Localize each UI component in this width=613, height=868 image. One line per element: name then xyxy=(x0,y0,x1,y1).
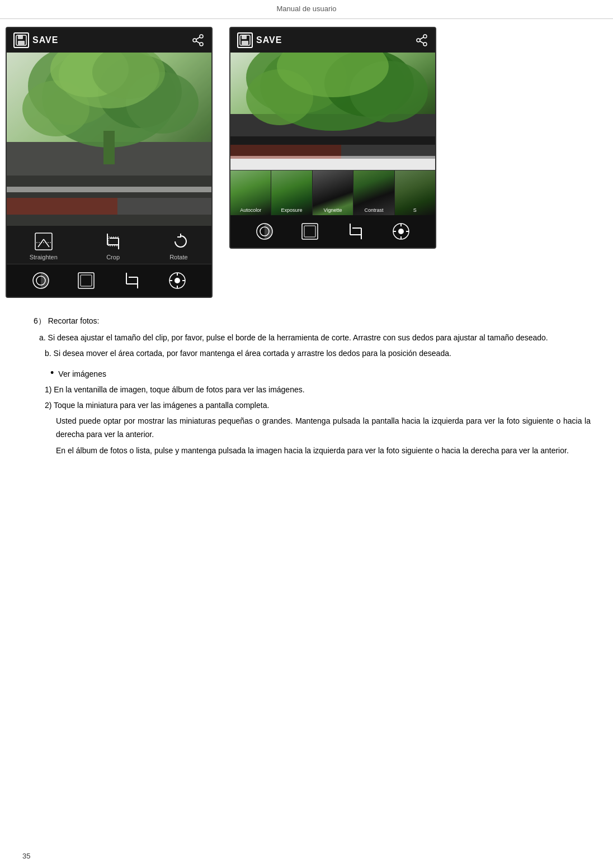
step-b: b. Si desea mover el área cortada, por f… xyxy=(45,347,591,361)
svg-rect-2 xyxy=(18,41,25,45)
page-title: Manual de usuario xyxy=(0,0,613,19)
svg-point-5 xyxy=(200,42,203,46)
right-phone-screen: SAVE xyxy=(229,27,436,249)
rotate-icon xyxy=(168,231,188,252)
svg-point-43 xyxy=(175,278,180,283)
bullet-dot: • xyxy=(50,368,54,378)
svg-point-78 xyxy=(398,229,404,234)
thumb-label-autocolor: Autocolor xyxy=(230,207,271,213)
right-bottom-bar xyxy=(230,215,435,248)
save-icon-left xyxy=(13,32,29,48)
section6-heading: 6） Recortar fotos: xyxy=(34,315,591,328)
right-save-area[interactable]: SAVE xyxy=(237,32,282,48)
bullet-item-view: • Ver imágenes xyxy=(50,368,591,381)
svg-rect-24 xyxy=(117,198,211,215)
svg-rect-1 xyxy=(18,35,23,39)
svg-rect-67 xyxy=(230,145,341,159)
crop-icon xyxy=(103,231,123,252)
right-photo-area xyxy=(230,53,435,170)
bullet-text: Ver imágenes xyxy=(58,368,106,381)
crop-bottom-icon-right[interactable] xyxy=(345,221,366,242)
left-phone-header: SAVE xyxy=(7,28,211,53)
straighten-icon xyxy=(34,231,54,252)
crop-bottom-icon-left[interactable] xyxy=(121,270,143,291)
straighten-tool[interactable]: Straighten xyxy=(30,231,58,260)
thumb-label-contrast: Contrast xyxy=(353,207,394,213)
svg-point-51 xyxy=(423,35,427,38)
para1: Usted puede optar por mostrar las miniat… xyxy=(56,415,591,442)
svg-line-6 xyxy=(196,41,200,44)
crop-label: Crop xyxy=(106,254,120,260)
rotate-tool[interactable]: Rotate xyxy=(168,231,188,260)
bullet-section: • Ver imágenes xyxy=(22,368,591,381)
frame-icon-right[interactable] xyxy=(299,221,320,242)
item2: 2) Toque la miniatura para ver las imáge… xyxy=(45,399,591,412)
svg-rect-50 xyxy=(242,41,248,45)
svg-point-53 xyxy=(423,42,427,46)
svg-rect-68 xyxy=(341,145,435,159)
svg-line-55 xyxy=(420,37,424,40)
svg-line-26 xyxy=(38,239,44,247)
left-share-icon[interactable] xyxy=(191,34,205,47)
frame-icon-left[interactable] xyxy=(76,270,97,291)
straighten-label: Straighten xyxy=(30,254,58,260)
svg-rect-25 xyxy=(35,233,52,250)
para2: En el álbum de fotos o lista, pulse y ma… xyxy=(56,444,591,458)
rotate-label: Rotate xyxy=(169,254,187,260)
thumb-s[interactable]: S xyxy=(395,170,435,215)
svg-point-52 xyxy=(417,39,420,42)
item1: 1) En la ventanilla de imagen, toque álb… xyxy=(45,383,591,397)
left-bottom-bar xyxy=(7,264,211,297)
svg-line-27 xyxy=(44,239,49,247)
page-number: 35 xyxy=(22,852,30,860)
right-save-label: SAVE xyxy=(256,35,282,45)
thumb-label-exposure: Exposure xyxy=(271,207,312,213)
thumb-exposure[interactable]: Exposure xyxy=(271,170,312,215)
left-photo-area xyxy=(7,53,211,226)
screenshots-row: SAVE xyxy=(0,27,613,309)
thumb-label-s: S xyxy=(395,207,435,213)
thumb-vignette[interactable]: Vignette xyxy=(313,170,353,215)
left-tool-bar: Straighten Crop xyxy=(7,226,211,264)
crop-tool[interactable]: Crop xyxy=(103,231,123,260)
svg-point-3 xyxy=(200,35,203,38)
thumb-autocolor[interactable]: Autocolor xyxy=(230,170,271,215)
content-area: 6） Recortar fotos: a. Si desea ajustar e… xyxy=(0,309,613,478)
svg-rect-72 xyxy=(304,226,315,237)
svg-point-4 xyxy=(193,39,196,42)
svg-rect-49 xyxy=(242,35,247,39)
left-save-label: SAVE xyxy=(32,35,58,45)
left-save-area[interactable]: SAVE xyxy=(13,32,58,48)
effects-icon-right[interactable] xyxy=(254,221,275,242)
right-thumb-strip: Autocolor Exposure Vignette Contrast S xyxy=(230,170,435,215)
svg-rect-37 xyxy=(81,275,92,286)
thumb-contrast[interactable]: Contrast xyxy=(353,170,394,215)
thumb-label-vignette: Vignette xyxy=(313,207,353,213)
right-phone-header: SAVE xyxy=(230,28,435,53)
right-share-icon[interactable] xyxy=(415,34,428,47)
svg-line-54 xyxy=(420,41,424,44)
step-a: a. Si desea ajustar el tamaño del clip, … xyxy=(39,331,591,345)
effects-icon-left[interactable] xyxy=(30,270,51,291)
left-phone-screen: SAVE xyxy=(6,27,213,298)
save-icon-right xyxy=(237,32,253,48)
svg-rect-23 xyxy=(7,198,117,215)
svg-line-7 xyxy=(196,37,200,40)
filter-icon-left[interactable] xyxy=(167,270,188,291)
filter-icon-right[interactable] xyxy=(390,221,412,242)
